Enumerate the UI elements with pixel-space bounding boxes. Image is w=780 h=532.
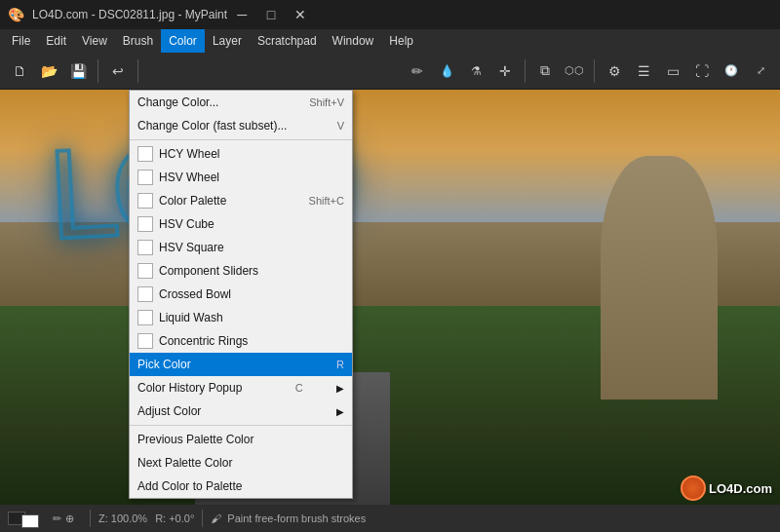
toolbar-separator-4: [594, 59, 595, 83]
component-sliders-checkbox[interactable]: [137, 263, 153, 279]
new-file-button[interactable]: 🗋: [6, 57, 33, 85]
color-palette-item[interactable]: Color Palette Shift+C: [130, 189, 352, 212]
hsv-square-checkbox[interactable]: [137, 240, 153, 255]
toolbar-separator-1: [98, 59, 98, 83]
adjust-submenu-arrow: ▶: [336, 406, 344, 417]
minimize-button[interactable]: ─: [227, 0, 256, 29]
toolbar-separator-3: [525, 59, 526, 83]
pencil-tool[interactable]: ✏: [404, 57, 431, 85]
menu-separator-2: [130, 425, 352, 426]
brush-icon: 🖌: [211, 513, 221, 524]
concentric-rings-checkbox[interactable]: [137, 333, 153, 349]
hcy-wheel-checkbox[interactable]: [137, 146, 153, 162]
hsv-wheel-checkbox[interactable]: [137, 170, 153, 185]
adjust-color-item[interactable]: Adjust Color ▶: [130, 399, 352, 423]
menu-view[interactable]: View: [74, 29, 115, 53]
transform-tool[interactable]: ✛: [491, 57, 519, 85]
hsv-square-item[interactable]: HSV Square: [130, 236, 352, 259]
hcy-wheel-item[interactable]: HCY Wheel: [130, 142, 352, 166]
copy-tool[interactable]: ⧉: [531, 57, 559, 85]
change-color-shortcut: Shift+V: [290, 96, 344, 108]
menu-scratchpad[interactable]: Scratchpad: [250, 29, 325, 53]
lo4d-logo-icon: [681, 475, 706, 501]
color-palette-checkbox[interactable]: [137, 193, 153, 209]
status-separator-2: [202, 510, 203, 527]
main-canvas-area[interactable]: LO4D Change Color... Shift+V Change Colo…: [0, 90, 780, 532]
canvas-background: LO4D: [0, 90, 780, 532]
undo-button[interactable]: ↩: [104, 57, 132, 85]
edit-icon: ✏: [53, 513, 61, 525]
color-history-item[interactable]: Color History Popup C ▶: [130, 376, 352, 399]
window-title: LO4D.com - DSC02811.jpg - MyPaint: [32, 8, 227, 21]
prev-palette-item[interactable]: Previous Palette Color: [130, 428, 352, 451]
lo4d-watermark: LO4D.com: [681, 475, 772, 501]
change-color-fast-shortcut: V: [318, 120, 344, 132]
menu-separator-1: [130, 139, 352, 140]
toolbar-separator-2: [137, 59, 138, 83]
concentric-rings-item[interactable]: Concentric Rings: [130, 329, 352, 353]
ink-tool[interactable]: ⚗: [462, 57, 489, 85]
status-separator-1: [90, 510, 91, 527]
rotation-display: R: +0.0°: [155, 513, 194, 524]
menu-file[interactable]: File: [4, 29, 38, 53]
menu-window[interactable]: Window: [325, 29, 382, 53]
hsv-cube-checkbox[interactable]: [137, 216, 153, 232]
eyedrop-tool[interactable]: 💧: [433, 57, 460, 85]
window-controls: ─ □ ✕: [227, 0, 315, 29]
export-button[interactable]: ▭: [659, 57, 686, 85]
change-color-fast-item[interactable]: Change Color (fast subset)... V: [130, 114, 352, 137]
maximize-button[interactable]: □: [256, 0, 286, 29]
menu-help[interactable]: Help: [381, 29, 421, 53]
change-color-fast-label: Change Color (fast subset)...: [137, 119, 287, 133]
channels-tool[interactable]: ⬡⬡: [561, 57, 588, 85]
zoom-display: Z: 100.0%: [98, 513, 147, 524]
pick-color-item[interactable]: Pick Color R: [130, 353, 352, 376]
liquid-wash-checkbox[interactable]: [137, 310, 153, 325]
close-button[interactable]: ✕: [286, 0, 315, 29]
next-palette-item[interactable]: Next Palette Color: [130, 451, 352, 475]
titlebar: 🎨 LO4D.com - DSC02811.jpg - MyPaint ─ □ …: [0, 0, 780, 29]
menu-brush[interactable]: Brush: [115, 29, 161, 53]
change-color-item[interactable]: Change Color... Shift+V: [130, 91, 352, 114]
hsv-cube-item[interactable]: HSV Cube: [130, 212, 352, 236]
menu-layer[interactable]: Layer: [205, 29, 250, 53]
app-icon: 🎨: [8, 7, 24, 22]
add-color-item[interactable]: Add Color to Palette: [130, 475, 352, 498]
crossed-bowl-checkbox[interactable]: [137, 286, 153, 302]
fullscreen-button[interactable]: ⛶: [688, 57, 716, 85]
component-sliders-item[interactable]: Component Sliders: [130, 259, 352, 283]
status-hint: Paint free-form brush strokes: [227, 513, 366, 524]
hsv-wheel-item[interactable]: HSV Wheel: [130, 166, 352, 189]
liquid-wash-item[interactable]: Liquid Wash: [130, 306, 352, 329]
crossed-bowl-item[interactable]: Crossed Bowl: [130, 283, 352, 306]
secondary-color-box[interactable]: [21, 514, 39, 528]
expand-button[interactable]: ⤢: [747, 57, 774, 85]
change-color-label: Change Color...: [137, 95, 218, 109]
layers-button[interactable]: ☰: [630, 57, 657, 85]
menu-color[interactable]: Color: [161, 29, 205, 53]
submenu-arrow: ▶: [336, 383, 344, 394]
statusbar: ✏ ⊕ Z: 100.0% R: +0.0° 🖌 Paint free-form…: [0, 505, 780, 532]
lo4d-logo-text: LO4D.com: [709, 481, 772, 496]
menu-edit[interactable]: Edit: [38, 29, 74, 53]
color-dropdown-menu: Change Color... Shift+V Change Color (fa…: [129, 90, 353, 499]
timer-button[interactable]: 🕐: [718, 57, 745, 85]
settings-button[interactable]: ⚙: [601, 57, 628, 85]
save-button[interactable]: 💾: [64, 57, 92, 85]
open-button[interactable]: 📂: [35, 57, 62, 85]
layer-icon: ⊕: [65, 513, 74, 525]
toolbar: 🗋 📂 💾 ↩ ✏ 💧 ⚗ ✛ ⧉ ⬡⬡ ⚙ ☰ ▭ ⛶ 🕐 ⤢: [0, 53, 780, 90]
menubar: File Edit View Brush Color Layer Scratch…: [0, 29, 780, 53]
